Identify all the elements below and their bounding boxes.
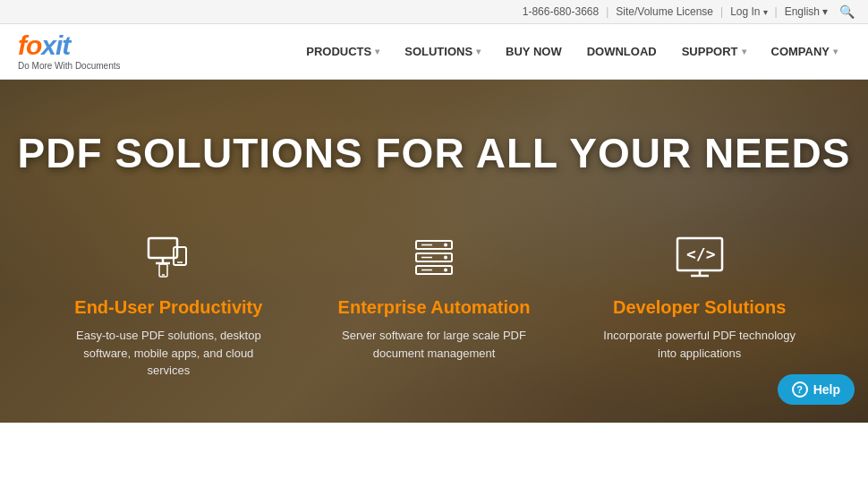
logo-wordmark: foxit (18, 32, 120, 59)
feature-1-desc: Easy-to-use PDF solutions, desktop softw… (63, 327, 275, 380)
nav-company[interactable]: COMPANY ▾ (759, 24, 850, 80)
main-nav: PRODUCTS ▾ SOLUTIONS ▾ BUY NOW DOWNLOAD … (294, 24, 850, 80)
svg-point-12 (444, 268, 447, 271)
nav-download[interactable]: DOWNLOAD (574, 24, 669, 80)
search-icon[interactable]: 🔍 (839, 4, 855, 19)
solutions-caret-icon: ▾ (476, 47, 481, 56)
hero-title-rest: SOLUTIONS FOR ALL YOUR NEEDS (103, 130, 851, 176)
feature-3-title: Developer Solutions (613, 297, 786, 318)
server-stack-icon (403, 231, 465, 285)
hero-title: PDF SOLUTIONS FOR ALL YOUR NEEDS (18, 129, 851, 177)
nav-support[interactable]: SUPPORT ▾ (669, 24, 759, 80)
nav-products[interactable]: PRODUCTS ▾ (294, 24, 392, 80)
svg-text:</>: </> (686, 244, 716, 263)
login-button[interactable]: Log In ▾ (730, 5, 767, 18)
feature-end-user: End-User Productivity Easy-to-use PDF so… (36, 231, 302, 380)
separator-1: | (606, 5, 608, 18)
language-selector[interactable]: English ▾ (785, 5, 828, 18)
help-circle-icon: ? (792, 381, 808, 398)
desktop-mobile-icon (137, 231, 200, 285)
site-volume-link[interactable]: Site/Volume License (616, 5, 713, 18)
top-bar: 1-866-680-3668 | Site/Volume License | L… (0, 0, 868, 24)
feature-2-title: Enterprise Automation (338, 297, 531, 318)
hero-features: End-User Productivity Easy-to-use PDF so… (0, 231, 868, 380)
nav-bar: foxit Do More With Documents PRODUCTS ▾ … (0, 24, 868, 80)
help-label: Help (813, 382, 840, 397)
feature-2-desc: Server software for large scale PDF docu… (328, 327, 540, 362)
login-caret-icon: ▾ (763, 7, 768, 17)
hero-content: PDF SOLUTIONS FOR ALL YOUR NEEDS (0, 80, 868, 380)
phone-number: 1-866-680-3668 (523, 5, 599, 18)
language-caret-icon: ▾ (822, 5, 828, 18)
separator-2: | (720, 5, 723, 18)
svg-point-10 (444, 255, 447, 259)
nav-solutions[interactable]: SOLUTIONS ▾ (392, 24, 493, 80)
help-button[interactable]: ? Help (778, 374, 855, 405)
products-caret-icon: ▾ (375, 47, 379, 56)
logo-tagline: Do More With Documents (18, 61, 120, 71)
support-caret-icon: ▾ (742, 47, 746, 56)
feature-1-title: End-User Productivity (74, 297, 262, 318)
feature-3-desc: Incorporate powerful PDF technology into… (593, 327, 805, 362)
svg-point-8 (444, 243, 447, 246)
separator-3: | (775, 5, 778, 18)
feature-enterprise: Enterprise Automation Server software fo… (302, 231, 567, 380)
code-monitor-icon: </> (668, 231, 731, 285)
company-caret-icon: ▾ (833, 47, 838, 56)
logo[interactable]: foxit Do More With Documents (18, 32, 120, 71)
hero-section: PDF SOLUTIONS FOR ALL YOUR NEEDS (0, 80, 868, 423)
nav-buy-now[interactable]: BUY NOW (493, 24, 574, 80)
hero-title-pdf: PDF (18, 130, 103, 176)
feature-developer: </> Developer Solutions Incorporate powe… (566, 231, 832, 380)
